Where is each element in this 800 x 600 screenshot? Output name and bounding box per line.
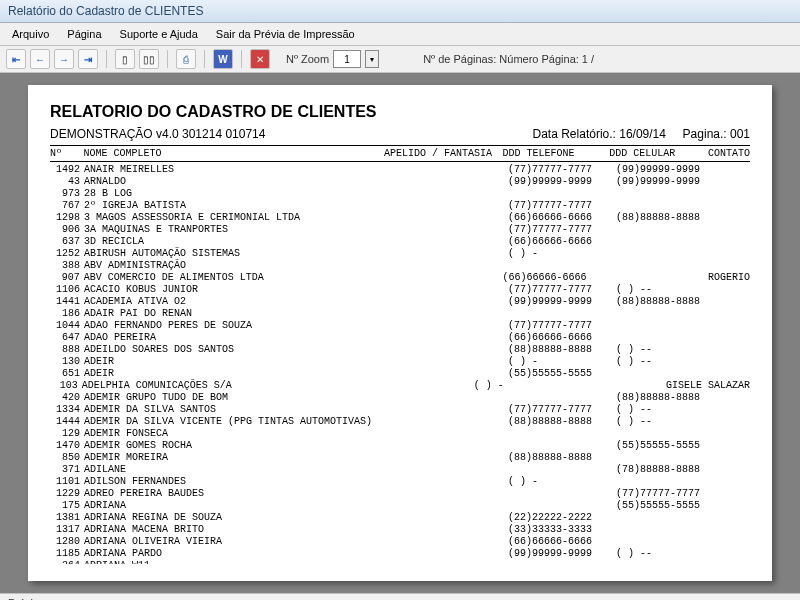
table-row: 9063A MAQUINAS E TRANPORTES(77)77777-777… [50, 224, 750, 236]
preview-viewport: RELATORIO DO CADASTRO DE CLIENTES DEMONS… [0, 73, 800, 593]
col-header-contato: CONTATO [708, 148, 750, 159]
table-row: 888ADEILDO SOARES DOS SANTOS(88)88888-88… [50, 344, 750, 356]
word-export-button[interactable]: W [213, 49, 233, 69]
table-row: 1444ADEMIR DA SILVA VICENTE (PPG TINTAS … [50, 416, 750, 428]
table-row: 647ADAO PEREIRA(66)66666-6666 [50, 332, 750, 344]
table-row: 371ADILANE(78)88888-8888 [50, 464, 750, 476]
pages-label: Nº de Páginas: Número Página: 1 / [423, 53, 594, 65]
table-row: 1106ACACIO KOBUS JUNIOR(77)77777-7777( )… [50, 284, 750, 296]
col-header-apelido: APELIDO / FANTASIA [384, 148, 503, 159]
separator [167, 50, 168, 68]
table-row: 175ADRIANA(55)55555-5555 [50, 500, 750, 512]
table-row: 364ADRIANA W11 [50, 560, 750, 564]
col-header-tel: DDD TELEFONE [503, 148, 610, 159]
table-row: 1381ADRIANA REGINA DE SOUZA(22)22222-222… [50, 512, 750, 524]
table-row: 1252ABIRUSH AUTOMAÇÃO SISTEMAS( ) - [50, 248, 750, 260]
table-row: 1044ADAO FERNANDO PERES DE SOUZA(77)7777… [50, 320, 750, 332]
report-subtitle: DEMONSTRAÇÃO v4.0 301214 010714 [50, 127, 265, 141]
single-page-icon[interactable]: ▯ [115, 49, 135, 69]
last-page-button[interactable]: ⇥ [78, 49, 98, 69]
table-row: 651ADEIR(55)55555-5555 [50, 368, 750, 380]
table-row: 850ADEMIR MOREIRA(88)88888-8888 [50, 452, 750, 464]
table-row: 97328 B LOG [50, 188, 750, 200]
table-row: 388ABV ADMINISTRAÇÃO [50, 260, 750, 272]
table-row: 103ADELPHIA COMUNICAÇÕES S/A( ) -GISELE … [50, 380, 750, 392]
close-button[interactable]: ✕ [250, 49, 270, 69]
col-header-cel: DDD CELULAR [609, 148, 708, 159]
zoom-dropdown-button[interactable]: ▾ [365, 50, 379, 68]
table-row: 1492ANAIR MEIRELLES(77)77777-7777(99)999… [50, 164, 750, 176]
col-header-nome: NOME COMPLETO [84, 148, 384, 159]
table-row: 1317ADRIANA MACENA BRITO(33)33333-3333 [50, 524, 750, 536]
window-title: Relatório do Cadastro de CLIENTES [8, 4, 203, 18]
separator [106, 50, 107, 68]
table-row: 1470ADEMIR GOMES ROCHA(55)55555-5555 [50, 440, 750, 452]
table-row: 43ARNALDO(99)99999-9999(99)99999-9999 [50, 176, 750, 188]
report-rows: 1492ANAIR MEIRELLES(77)77777-7777(99)999… [50, 164, 750, 564]
table-row: 129ADEMIR FONSECA [50, 428, 750, 440]
column-headers: Nº NOME COMPLETO APELIDO / FANTASIA DDD … [50, 145, 750, 162]
table-row: 1334ADEMIR DA SILVA SANTOS(77)77777-7777… [50, 404, 750, 416]
print-button[interactable]: ⎙ [176, 49, 196, 69]
table-row: 7672º IGREJA BATISTA(77)77777-7777 [50, 200, 750, 212]
separator [241, 50, 242, 68]
table-row: 1441ACADEMIA ATIVA O2(99)99999-9999(88)8… [50, 296, 750, 308]
zoom-input[interactable] [333, 50, 361, 68]
window-titlebar: Relatório do Cadastro de CLIENTES [0, 0, 800, 23]
separator [204, 50, 205, 68]
next-page-button[interactable]: → [54, 49, 74, 69]
menu-suporte[interactable]: Suporte e Ajuda [112, 25, 206, 43]
table-row: 6373D RECICLA(66)66666-6666 [50, 236, 750, 248]
table-row: 186ADAIR PAI DO RENAN [50, 308, 750, 320]
two-page-icon[interactable]: ▯▯ [139, 49, 159, 69]
menu-arquivo[interactable]: Arquivo [4, 25, 57, 43]
statusbar: Prévia [0, 593, 800, 600]
report-date: Data Relatório.: 16/09/14 Pagina.: 001 [533, 127, 750, 141]
toolbar: ⇤ ← → ⇥ ▯ ▯▯ ⎙ W ✕ Nº Zoom ▾ Nº de Págin… [0, 46, 800, 73]
menubar: Arquivo Página Suporte e Ajuda Sair da P… [0, 23, 800, 46]
col-header-n: Nº [50, 148, 84, 159]
table-row: 1229ADREO PEREIRA BAUDES(77)77777-7777 [50, 488, 750, 500]
table-row: 907ABV COMERCIO DE ALIMENTOS LTDA(66)666… [50, 272, 750, 284]
table-row: 420ADEMIR GRUPO TUDO DE BOM(88)88888-888… [50, 392, 750, 404]
first-page-button[interactable]: ⇤ [6, 49, 26, 69]
table-row: 12983 MAGOS ASSESSORIA E CERIMONIAL LTDA… [50, 212, 750, 224]
table-row: 1101ADILSON FERNANDES( ) - [50, 476, 750, 488]
prev-page-button[interactable]: ← [30, 49, 50, 69]
report-title: RELATORIO DO CADASTRO DE CLIENTES [50, 103, 750, 121]
table-row: 130ADEIR( ) -( ) -- [50, 356, 750, 368]
report-page: RELATORIO DO CADASTRO DE CLIENTES DEMONS… [28, 85, 772, 581]
zoom-label: Nº Zoom [286, 53, 329, 65]
menu-sair[interactable]: Sair da Prévia de Impressão [208, 25, 363, 43]
menu-pagina[interactable]: Página [59, 25, 109, 43]
table-row: 1280ADRIANA OLIVEIRA VIEIRA(66)66666-666… [50, 536, 750, 548]
table-row: 1185ADRIANA PARDO(99)99999-9999( ) -- [50, 548, 750, 560]
